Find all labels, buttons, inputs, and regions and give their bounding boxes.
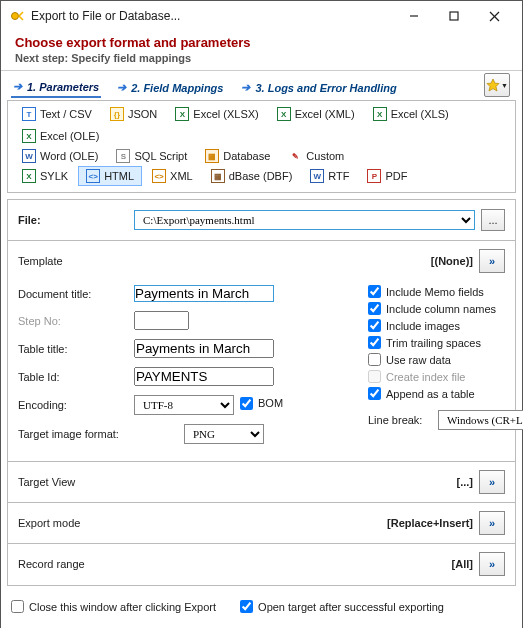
format-xls[interactable]: XExcel (XLS): [365, 104, 457, 124]
window-title: Export to File or Database...: [31, 9, 394, 23]
app-icon: [9, 8, 25, 24]
chk-idx: [368, 370, 381, 383]
format-excel-ole[interactable]: XExcel (OLE): [14, 126, 107, 146]
export-mode-value: [Replace+Insert]: [387, 517, 473, 529]
record-range-value: [All]: [452, 558, 473, 570]
chk-imgs[interactable]: [368, 319, 381, 332]
encoding-label: Encoding:: [18, 399, 128, 411]
export-mode-expand[interactable]: »: [479, 511, 505, 535]
record-range-label: Record range: [18, 558, 452, 570]
template-expand[interactable]: »: [479, 249, 505, 273]
file-input[interactable]: C:\Export\payments.html: [134, 210, 475, 230]
svg-point-0: [12, 13, 19, 20]
wizard-tabs: ➔1. Parameters ➔2. Field Mappings ➔3. Lo…: [1, 71, 522, 98]
linebreak-label: Line break:: [368, 414, 432, 426]
target-view-label: Target View: [18, 476, 457, 488]
chk-close-after[interactable]: [11, 600, 24, 613]
minimize-button[interactable]: [394, 2, 434, 30]
format-html[interactable]: <>HTML: [78, 166, 142, 186]
svg-rect-2: [450, 12, 458, 20]
format-sql[interactable]: SSQL Script: [108, 146, 195, 166]
title-bar: Export to File or Database...: [1, 1, 522, 31]
doctitle-label: Document title:: [18, 288, 128, 300]
tabletitle-label: Table title:: [18, 343, 128, 355]
file-label: File:: [18, 214, 128, 226]
favorite-button[interactable]: ▼: [484, 73, 510, 97]
record-range-expand[interactable]: »: [479, 552, 505, 576]
format-rtf[interactable]: WRTF: [302, 166, 357, 186]
tableid-input[interactable]: [134, 367, 274, 386]
chk-raw[interactable]: [368, 353, 381, 366]
format-xlsx[interactable]: XExcel (XLSX): [167, 104, 266, 124]
imgfmt-label: Target image format:: [18, 428, 178, 440]
format-word[interactable]: WWord (OLE): [14, 146, 106, 166]
maximize-button[interactable]: [434, 2, 474, 30]
format-sylk[interactable]: XSYLK: [14, 166, 76, 186]
target-view-expand[interactable]: »: [479, 470, 505, 494]
chk-open-after[interactable]: [240, 600, 253, 613]
doctitle-input[interactable]: [134, 285, 274, 302]
chk-memo[interactable]: [368, 285, 381, 298]
format-csv[interactable]: TText / CSV: [14, 104, 100, 124]
format-custom[interactable]: ✎Custom: [280, 146, 352, 166]
target-view-value: [...]: [457, 476, 474, 488]
tableid-label: Table Id:: [18, 371, 128, 383]
tabletitle-input[interactable]: [134, 339, 274, 358]
tab-logs[interactable]: ➔3. Logs and Error Handling: [239, 77, 398, 98]
tab-parameters[interactable]: ➔1. Parameters: [11, 77, 101, 98]
browse-button[interactable]: ...: [481, 209, 505, 231]
page-subtitle: Next step: Specify field mappings: [15, 52, 508, 64]
format-pdf[interactable]: PPDF: [359, 166, 415, 186]
close-button[interactable]: [474, 2, 514, 30]
chk-cols[interactable]: [368, 302, 381, 315]
imgfmt-select[interactable]: PNG: [184, 424, 264, 444]
svg-marker-5: [487, 79, 499, 91]
bom-checkbox[interactable]: [240, 397, 253, 410]
linebreak-select[interactable]: Windows (CR+LF): [438, 410, 523, 430]
format-selector: TText / CSV {}JSON XExcel (XLSX) XExcel …: [7, 100, 516, 193]
template-value: [(None)]: [431, 255, 473, 267]
format-database[interactable]: ▦Database: [197, 146, 278, 166]
encoding-select[interactable]: UTF-8: [134, 395, 234, 415]
chk-append[interactable]: [368, 387, 381, 400]
page-title: Choose export format and parameters: [15, 35, 508, 50]
export-mode-label: Export mode: [18, 517, 387, 529]
tab-field-mappings[interactable]: ➔2. Field Mappings: [115, 77, 225, 98]
format-xml[interactable]: <>XML: [144, 166, 201, 186]
format-dbf[interactable]: ▦dBase (DBF): [203, 166, 301, 186]
stepno-label: Step No:: [18, 315, 128, 327]
format-excel-xml[interactable]: XExcel (XML): [269, 104, 363, 124]
format-json[interactable]: {}JSON: [102, 104, 165, 124]
template-label: Template: [18, 255, 431, 267]
chk-trim[interactable]: [368, 336, 381, 349]
stepno-input[interactable]: [134, 311, 189, 330]
